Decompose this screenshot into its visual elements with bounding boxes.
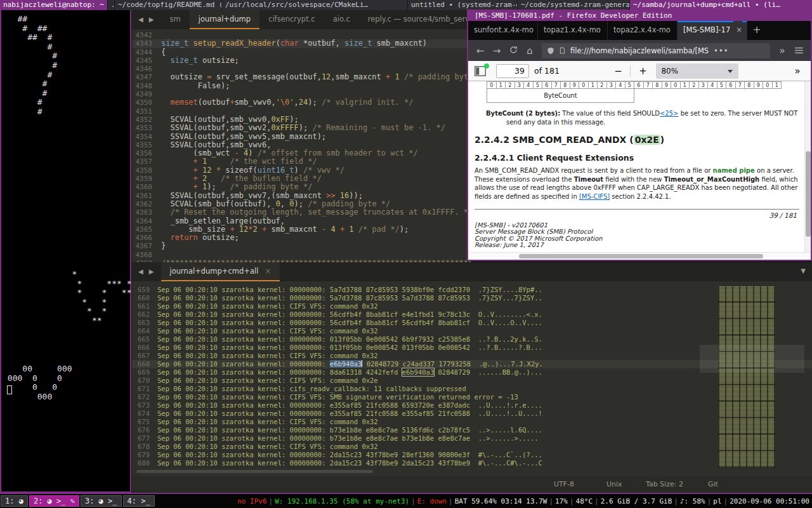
code-line-4342: 4342 xyxy=(132,31,471,39)
log-line-679: 679Sep 06 00:20:10 szarotka kernel: 0000… xyxy=(132,451,812,459)
bytecount-cell: ByteCount xyxy=(487,89,634,103)
hamburger-menu-icon[interactable] xyxy=(790,45,807,57)
top-strip: nabijaczleweli@nabtop: ~.~/code/topfig/R… xyxy=(0,0,812,10)
status-segment-4: 17% xyxy=(555,497,568,505)
code-line-4352: 4352 SCVAL(outbuf,smb_vwv0,0xFF); xyxy=(132,116,471,124)
firefox-titlebar[interactable]: [MS-SMB]-170601.pdf - Firefox Developer … xyxy=(468,11,811,21)
chevron-down-icon[interactable]: ▼ xyxy=(801,267,806,274)
editor-tab-0[interactable]: sm xyxy=(161,10,190,29)
status-segment-9: 2020-09-06 00:51:00 xyxy=(730,497,809,505)
tab-close-icon[interactable]: × xyxy=(265,267,271,276)
pdf-tools-chevrons[interactable]: » xyxy=(790,65,804,77)
log-line-672: 672Sep 06 00:20:10 szarotka kernel: CIFS… xyxy=(132,393,812,401)
firefox-tab-1[interactable]: topaz1.x.4x-mo xyxy=(538,21,608,40)
editor-tab-4[interactable]: reply.c — source4/smb_server/sn xyxy=(359,10,471,29)
terminal-ascii-art-hash: ## # ## ## # # # # # # # # # xyxy=(3,15,57,117)
url-text[interactable]: file:///home/nabijaczleweli/samba/[MS xyxy=(570,46,709,55)
window-title-segment-6[interactable]: ~/samba/journal+dump+cmd+all • (li… xyxy=(630,0,812,10)
tab-scroll-arrows[interactable]: ◀ ▶ xyxy=(132,262,161,281)
pdf-sidebar-toggle[interactable] xyxy=(475,66,487,76)
log-line-661: 661Sep 06 00:20:10 szarotka kernel: CIFS… xyxy=(132,302,812,311)
code-line-4366: 4366 return outsize; xyxy=(132,234,471,242)
horizontal-scrollbar[interactable] xyxy=(136,470,373,473)
tab-journal-dump-cmd-all[interactable]: journal+dump+cmd+all× xyxy=(161,262,280,281)
back-button[interactable]: ← xyxy=(472,45,488,57)
status-tab-size[interactable]: Tab Size: 2 xyxy=(646,480,683,488)
reload-button[interactable] xyxy=(505,45,521,57)
editor-tab-2[interactable]: cifsencrypt.c xyxy=(259,10,324,29)
code-line-4344: 4344{ xyxy=(132,48,471,57)
editor-tab-3[interactable]: aio.c xyxy=(324,10,359,29)
status-segment-1: W: 192.168.1.35 (58% at my-net3) xyxy=(275,497,409,505)
code-line-4343: 4343size_t setup_readX_header(char *outb… xyxy=(132,39,471,48)
overflow-menu-icon[interactable]: » xyxy=(774,45,790,57)
code-area-bottom[interactable]: 659Sep 06 00:20:10 szarotka kernel: 0000… xyxy=(132,286,812,467)
code-line-4361: 4361 SSVAL(outbuf,smb_vwv7,(smb_maxcnt >… xyxy=(132,192,471,200)
firefox-tab-3[interactable]: [MS-SMB]-17× xyxy=(678,21,747,40)
page-number-input[interactable]: 39 xyxy=(496,64,529,78)
window-title-segment-2[interactable]: ~/code/topfig/README.md (topfig) … xyxy=(115,0,221,10)
code-line-4358: 4358 + 12 * sizeof(uint16_t) /* vwv */ xyxy=(132,166,471,175)
notification-dot xyxy=(484,64,489,69)
forward-button[interactable]: → xyxy=(488,45,505,57)
window-title-segment-5[interactable]: ~/code/systemd-zram-generator.deb… xyxy=(518,0,629,10)
code-line-4357: 4357 + 1 /* the wct field */ xyxy=(132,157,471,166)
code-line-4350: 4350 memset(outbuf+smb_vwv0,'\0',24); /*… xyxy=(132,98,471,107)
zoom-in-button[interactable]: + xyxy=(636,65,650,77)
i3-status-bar: 1: ◕2: ◕ >_ ✎3: ◕ >_4: >_no IPv6|W: 192.… xyxy=(0,494,812,508)
code-line-4363: 4363 /* Reset the outgoing length, set_m… xyxy=(132,208,471,217)
status-segment-5: 48°C xyxy=(576,497,593,505)
window-title-segment-0[interactable]: nabijaczleweli@nabtop: ~ xyxy=(0,0,107,10)
new-tab-button[interactable]: + xyxy=(747,21,766,40)
firefox-tab-2[interactable]: topaz2.x.4x-mo xyxy=(608,21,678,40)
terminal-ascii-art-stars: * * *** * * * ** * * * * ** xyxy=(3,270,132,326)
status-git[interactable]: Git xyxy=(708,480,718,488)
workspace-button-3[interactable]: 3: ◕ >_ xyxy=(81,495,122,507)
log-line-670: 670Sep 06 00:20:10 szarotka kernel: CIFS… xyxy=(132,377,812,385)
code-line-4362: 4362 SCVAL(smb_buf(outbuf), 0, 0); /* pa… xyxy=(132,200,471,208)
editor-top-window: ◀ ▶ smjournal+dumpcifsencrypt.caio.crepl… xyxy=(132,10,471,262)
status-segment-7: ♪: 58% xyxy=(680,497,705,505)
pdf-heading-2: 2.2.4.2.1 Client Request Extensions xyxy=(475,153,634,163)
window-title-segment-3[interactable]: /usr/local/src/solvespace/CMakeLi… xyxy=(222,0,407,10)
minimap-viewport[interactable] xyxy=(700,345,804,373)
firefox-navbar: ← → ⌂ file:///home/nabijaczleweli/samba/… xyxy=(468,40,811,61)
firefox-tab-0[interactable]: sunfont.x.4x-mo xyxy=(468,21,538,40)
code-line-4365: 4365 smb_size + 12*2 + smb_maxcnt - 4 + … xyxy=(132,225,471,234)
code-area-top[interactable]: 43424343size_t setup_readX_header(char *… xyxy=(132,31,471,262)
log-line-673: 673Sep 06 00:20:10 szarotka kernel: 0000… xyxy=(132,401,812,410)
code-line-4360: 4360 + 1); /* padding byte */ xyxy=(132,183,471,191)
editor-tab-1[interactable]: journal+dump xyxy=(190,10,259,29)
page-actions-icon[interactable]: ••• xyxy=(714,46,728,55)
url-bar[interactable]: file:///home/nabijaczleweli/samba/[MS ••… xyxy=(542,43,770,58)
window-title-segment-4[interactable]: untitled • (systemd-zram-generato… xyxy=(408,0,517,10)
workspace-button-2[interactable]: 2: ◕ >_ ✎ xyxy=(29,495,79,507)
pdf-footer-rule xyxy=(475,209,799,210)
editor-statusbar: UTF-8 Unix Tab Size: 2 Git xyxy=(132,476,812,493)
code-line-4355: 4355 SSVAL(outbuf,smb_vwv6, xyxy=(132,141,471,149)
minimap[interactable] xyxy=(718,286,775,468)
code-line-4364: 4364 _smb_setlen_large(outbuf, xyxy=(132,217,471,225)
workspace-button-1[interactable]: 1: ◕ xyxy=(1,495,28,507)
pdf-vertical-scrollbar[interactable] xyxy=(804,81,811,252)
zoom-out-button[interactable]: − xyxy=(611,65,625,77)
status-encoding[interactable]: UTF-8 xyxy=(554,480,574,488)
window-title-segment-1[interactable]: . xyxy=(108,0,114,10)
editor-bottom-tabbar: ◀ ▶ journal+dump+cmd+all× ▼ xyxy=(132,262,812,281)
bytecount-description: ByteCount (2 bytes): The value of this f… xyxy=(486,110,797,117)
page-icon xyxy=(559,46,566,55)
zoom-select[interactable]: 80% xyxy=(656,64,738,79)
tab-scroll-arrows[interactable]: ◀ ▶ xyxy=(132,10,161,29)
home-button[interactable]: ⌂ xyxy=(521,45,538,57)
shield-icon xyxy=(547,46,554,55)
tab-close-icon[interactable]: × xyxy=(733,21,742,39)
code-line-4353: 4353 SSVAL(outbuf,smb_vwv2,0xFFFF); /* R… xyxy=(132,124,471,132)
pdf-horizontal-scrollbar[interactable] xyxy=(468,252,811,260)
footnote-link[interactable]: <25> xyxy=(660,110,678,117)
workspace-button-4[interactable]: 4: >_ xyxy=(123,495,155,507)
code-line-4367: 4367} xyxy=(132,242,471,250)
terminal-window[interactable]: ## # ## ## # # # # # # # # # * * *** * *… xyxy=(0,10,131,493)
status-segment-3: BAT 59.64% 03:14 13.7W xyxy=(455,497,547,505)
status-line-endings[interactable]: Unix xyxy=(606,480,622,488)
firefox-tabbar: sunfont.x.4x-motopaz1.x.4x-motopaz2.x.4x… xyxy=(468,21,811,40)
